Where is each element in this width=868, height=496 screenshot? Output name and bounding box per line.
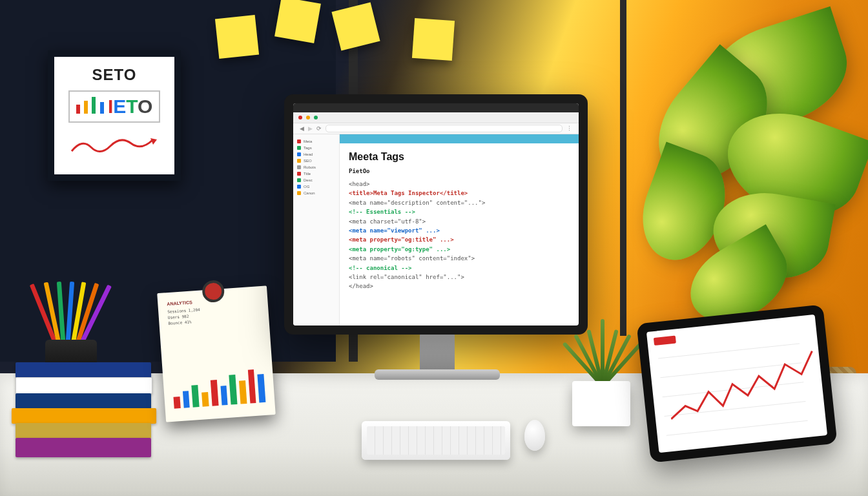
tablet-screen[interactable] [646,315,827,453]
code-line: </head> [349,282,570,291]
notepad-rows: Sessions 1,204Users 982Bounce 41% [167,302,260,326]
code-line: <meta name="robots" content="index"> [349,254,570,263]
editor-main: Meeta Tags PietOo <head> <title>Meta Tag… [340,134,579,326]
sidebar-item[interactable]: Meta [296,138,336,145]
accent-ribbon [340,134,579,143]
mouse[interactable] [524,420,545,451]
analytics-notepad: ANALYTICS Sessions 1,204Users 982Bounce … [157,285,276,422]
browser-tabbar[interactable] [293,112,579,123]
sticky-note [412,18,455,61]
sidebar-item[interactable]: Canon [296,190,336,196]
book-stack [16,363,156,457]
page-subtitle: PietOo [349,167,570,176]
window-titlebar [293,103,579,112]
poster-title: SETO [92,66,137,84]
code-line: <head> [349,180,570,189]
monitor-stand-base [375,369,500,380]
code-line: <meta property="og:type" ...> [349,245,570,254]
window-mullion [620,0,626,336]
sidebar-item[interactable]: Head [296,151,336,158]
tablet[interactable] [637,304,838,462]
menu-icon[interactable]: ⋮ [566,125,572,132]
sidebar-item[interactable]: Desc [296,177,336,183]
address-field[interactable] [326,125,563,132]
notepad-bar-chart [171,357,266,409]
sidebar-item[interactable]: Robots [296,164,336,170]
tablet-badge [654,336,676,346]
poster-logo: IETO [68,90,161,123]
code-line: <!-- canonical --> [349,264,570,273]
sticky-note [274,0,321,43]
page-title: Meeta Tags [349,149,570,165]
code-line: <link rel="canonical" href="..."> [349,273,570,282]
code-line: <!-- Essentials --> [349,207,570,216]
back-icon[interactable]: ◀ [300,125,304,132]
trend-squiggle-icon [69,134,160,156]
forward-icon[interactable]: ▶ [308,125,313,132]
reload-icon[interactable]: ⟳ [316,125,322,132]
sticky-note [331,2,380,50]
sidebar-item[interactable]: Title [296,170,336,177]
monitor-stand [420,333,455,372]
monitor-screen: ◀ ▶ ⟳ ⋮ MetaTagsHeadSEORobotsTitleDescOG… [293,103,579,326]
code-line: <meta name="viewport" ...> [349,226,570,235]
sidebar-item[interactable]: SEO [296,158,336,164]
keyboard[interactable] [362,421,510,460]
code-line: <meta charset="utf-8"> [349,217,570,226]
code-line: <meta name="description" content="..."> [349,198,570,207]
code-line: <meta property="og:title" ...> [349,235,570,244]
seo-poster: SETO IETO [48,50,181,181]
small-plant [568,315,639,386]
monitor: ◀ ▶ ⟳ ⋮ MetaTagsHeadSEORobotsTitleDescOG… [284,94,588,335]
traffic-light-min-icon[interactable] [306,116,310,119]
sidebar-item[interactable]: OG [296,183,336,190]
code-block[interactable]: <head> <title>Meta Tags Inspector</title… [349,180,570,291]
browser-urlbar: ◀ ▶ ⟳ ⋮ [293,123,579,134]
sticky-note [215,15,259,59]
code-line: <title>Meta Tags Inspector</title> [349,189,570,198]
traffic-light-max-icon[interactable] [314,116,318,119]
editor-sidebar[interactable]: MetaTagsHeadSEORobotsTitleDescOGCanon [293,134,340,326]
sidebar-item[interactable]: Tags [296,145,336,151]
traffic-light-close-icon[interactable] [298,116,302,119]
tablet-line-chart [665,342,820,434]
workspace-scene: SETO IETO [0,0,868,496]
small-plant-pot [572,381,630,426]
